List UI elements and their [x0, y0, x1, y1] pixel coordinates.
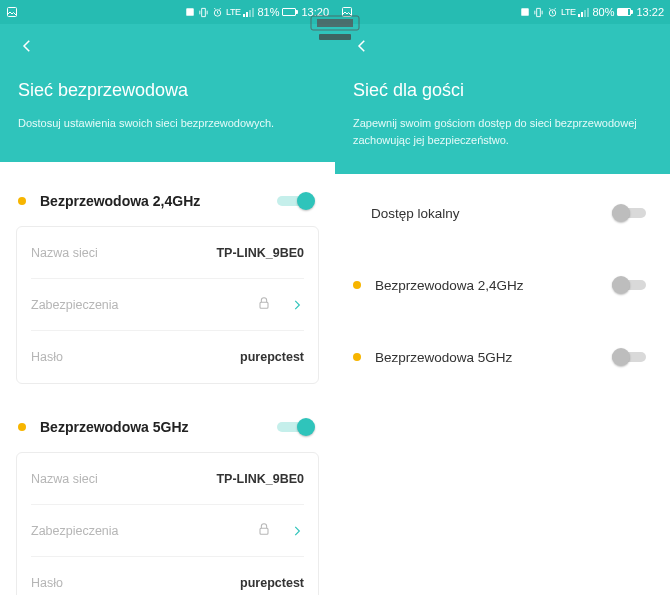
guest-5ghz-row: Bezprzewodowa 5GHz	[349, 338, 656, 376]
local-access-label: Dostęp lokalny	[371, 206, 612, 221]
battery-icon	[282, 8, 296, 16]
band-24ghz-card: Nazwa sieci TP-LINK_9BE0 Zabezpieczenia …	[16, 226, 319, 384]
page-subtitle: Dostosuj ustawienia swoich sieci bezprze…	[18, 115, 317, 132]
password-value: purepctest	[240, 576, 304, 590]
local-access-toggle[interactable]	[612, 204, 652, 222]
clock: 13:20	[301, 6, 329, 18]
signal-icon	[578, 7, 589, 17]
back-icon[interactable]	[18, 37, 36, 59]
guest-5ghz-label: Bezprzewodowa 5GHz	[375, 350, 612, 365]
band-label: Bezprzewodowa 5GHz	[40, 419, 277, 435]
nfc-icon	[520, 7, 530, 17]
svg-rect-8	[343, 8, 352, 17]
alarm-icon	[547, 7, 558, 18]
band-label: Bezprzewodowa 2,4GHz	[40, 193, 277, 209]
band-24ghz-row: Bezprzewodowa 2,4GHz	[14, 182, 321, 220]
signal-icon	[243, 7, 254, 17]
battery-percent: 80%	[592, 6, 614, 18]
password-label: Hasło	[31, 350, 240, 364]
svg-rect-3	[8, 8, 17, 17]
band-5ghz-toggle[interactable]	[277, 418, 317, 436]
chevron-right-icon	[290, 298, 304, 312]
clock: 13:22	[636, 6, 664, 18]
header: Sieć bezprzewodowa Dostosuj ustawienia s…	[0, 24, 335, 162]
battery-icon	[617, 8, 631, 16]
svg-rect-7	[260, 528, 268, 534]
security-row[interactable]: Zabezpieczenia	[31, 279, 304, 331]
svg-rect-6	[260, 302, 268, 308]
vibrate-icon	[198, 7, 209, 18]
ssid-row[interactable]: Nazwa sieci TP-LINK_9BE0	[31, 453, 304, 505]
password-row[interactable]: Hasło purepctest	[31, 331, 304, 383]
guest-24ghz-toggle[interactable]	[612, 276, 652, 294]
back-icon[interactable]	[353, 37, 371, 59]
vibrate-icon	[533, 7, 544, 18]
security-label: Zabezpieczenia	[31, 298, 256, 312]
band-5ghz-card: Nazwa sieci TP-LINK_9BE0 Zabezpieczenia …	[16, 452, 319, 595]
guest-5ghz-toggle[interactable]	[612, 348, 652, 366]
picture-icon	[6, 6, 18, 18]
phone-guest-network: LTE 80% 13:22 Sieć dla gości Zapewnij sw…	[335, 0, 670, 595]
picture-icon	[341, 6, 353, 18]
local-access-row: Dostęp lokalny	[349, 194, 656, 232]
battery-percent: 81%	[257, 6, 279, 18]
lte-label: LTE	[561, 7, 575, 17]
nfc-icon	[185, 7, 195, 17]
svg-rect-9	[521, 8, 529, 16]
password-label: Hasło	[31, 576, 240, 590]
status-dot-icon	[18, 423, 26, 431]
password-value: purepctest	[240, 350, 304, 364]
status-dot-icon	[353, 353, 361, 361]
ssid-label: Nazwa sieci	[31, 246, 216, 260]
band-24ghz-toggle[interactable]	[277, 192, 317, 210]
content: Dostęp lokalny Bezprzewodowa 2,4GHz Bezp…	[335, 174, 670, 595]
page-title: Sieć bezprzewodowa	[18, 80, 317, 101]
status-dot-icon	[353, 281, 361, 289]
ssid-value: TP-LINK_9BE0	[216, 246, 304, 260]
statusbar: LTE 81% 13:20	[0, 0, 335, 24]
ssid-label: Nazwa sieci	[31, 472, 216, 486]
statusbar: LTE 80% 13:22	[335, 0, 670, 24]
status-dot-icon	[18, 197, 26, 205]
svg-rect-4	[186, 8, 194, 16]
content: Bezprzewodowa 2,4GHz Nazwa sieci TP-LINK…	[0, 162, 335, 595]
header: Sieć dla gości Zapewnij swoim gościom do…	[335, 24, 670, 174]
page-title: Sieć dla gości	[353, 80, 652, 101]
lte-label: LTE	[226, 7, 240, 17]
band-5ghz-row: Bezprzewodowa 5GHz	[14, 408, 321, 446]
ssid-value: TP-LINK_9BE0	[216, 472, 304, 486]
guest-24ghz-label: Bezprzewodowa 2,4GHz	[375, 278, 612, 293]
chevron-right-icon	[290, 524, 304, 538]
phone-wifi-settings: LTE 81% 13:20 Sieć bezprzewodowa Dostosu…	[0, 0, 335, 595]
page-subtitle: Zapewnij swoim gościom dostęp do sieci b…	[353, 115, 652, 148]
security-row[interactable]: Zabezpieczenia	[31, 505, 304, 557]
ssid-row[interactable]: Nazwa sieci TP-LINK_9BE0	[31, 227, 304, 279]
security-label: Zabezpieczenia	[31, 524, 256, 538]
password-row[interactable]: Hasło purepctest	[31, 557, 304, 595]
guest-24ghz-row: Bezprzewodowa 2,4GHz	[349, 266, 656, 304]
alarm-icon	[212, 7, 223, 18]
lock-icon	[256, 521, 272, 541]
lock-icon	[256, 295, 272, 315]
